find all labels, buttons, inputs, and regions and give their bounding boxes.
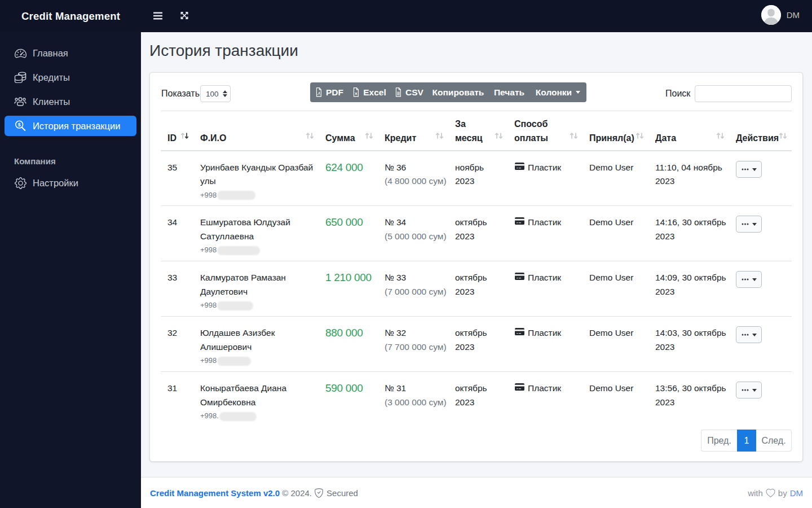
svg-text:x: x	[355, 91, 358, 96]
svg-text:$: $	[18, 122, 21, 128]
